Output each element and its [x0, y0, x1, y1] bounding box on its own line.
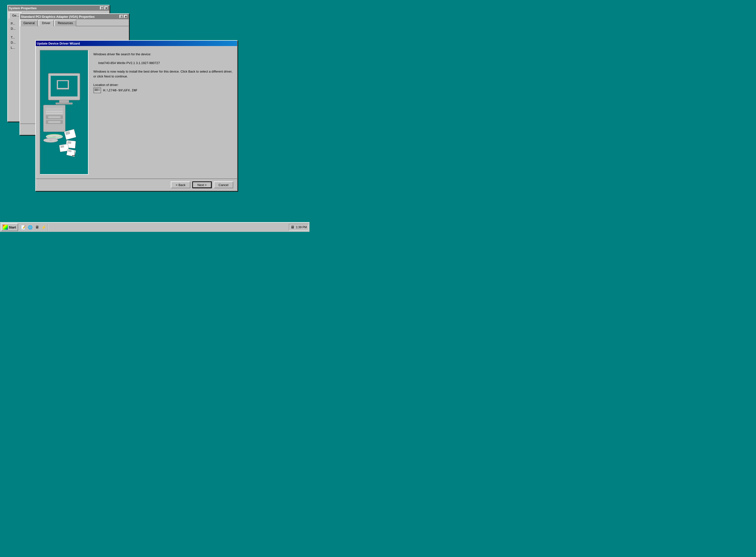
help-button[interactable]: ? — [100, 6, 104, 10]
vga-close-button[interactable]: ✕ — [124, 15, 128, 18]
taskbar-icon-1[interactable]: 📝 — [21, 224, 26, 230]
taskbar-divider-2 — [48, 224, 48, 231]
svg-rect-5 — [59, 100, 69, 102]
svg-rect-24 — [67, 141, 72, 144]
taskbar-tray: 🖥 1:39 PM — [289, 224, 309, 231]
svg-rect-32 — [94, 91, 100, 92]
wizard-location-path: H:\I740-9X\GFX.INF — [103, 88, 137, 92]
wizard-title: Update Device Driver Wizard — [37, 42, 80, 45]
wizard-description: Windows is now ready to install the best… — [93, 69, 233, 79]
vga-properties-title: Standard PCI Graphics Adapter (VGA) Prop… — [21, 15, 94, 19]
svg-rect-10 — [46, 113, 63, 114]
taskbar-divider-1 — [19, 224, 20, 231]
svg-rect-8 — [46, 108, 63, 110]
wizard-location-section: Location of driver: H:\I740-9X\GFX.INF — [93, 83, 233, 93]
wizard-device-name: Intel740-854 Win9x PV2.1 3.1.1927-980727 — [98, 61, 233, 65]
system-properties-titlebar: System Properties ? ✕ — [8, 5, 109, 11]
svg-rect-27 — [66, 149, 76, 157]
svg-point-16 — [52, 136, 56, 137]
wizard-body: Windows driver file search for the devic… — [36, 46, 237, 178]
svg-point-20 — [49, 140, 52, 141]
wizard-footer: < Back Next > Cancel — [36, 178, 237, 191]
wizard-text-panel: Windows driver file search for the devic… — [93, 50, 233, 175]
tab-driver[interactable]: Driver — [38, 20, 54, 26]
svg-rect-6 — [56, 102, 73, 105]
wizard-content: Windows driver file search for the devic… — [36, 46, 237, 191]
start-label: Start — [9, 226, 16, 229]
next-button[interactable]: Next > — [192, 181, 212, 188]
taskbar-icon-2[interactable]: 🌐 — [27, 224, 33, 230]
svg-rect-12 — [48, 116, 60, 118]
wizard-illustration — [40, 50, 88, 175]
vga-properties-titlebar: Standard PCI Graphics Adapter (VGA) Prop… — [20, 14, 129, 19]
taskbar: Start 📝 🌐 🖥 ⚡ 🖥 1:39 PM — [0, 222, 309, 232]
computer-svg — [41, 66, 87, 158]
taskbar-icon-4[interactable]: ⚡ — [41, 224, 47, 230]
system-properties-title: System Properties — [9, 6, 36, 10]
wizard-location-label: Location of driver: — [93, 83, 233, 87]
tray-icon: 🖥 — [290, 225, 295, 229]
svg-rect-14 — [48, 121, 60, 123]
start-icon — [3, 225, 8, 230]
wizard-window: Update Device Driver Wizard — [35, 40, 237, 191]
vga-properties-content: General Driver Resources — [20, 19, 129, 31]
back-button[interactable]: < Back — [171, 181, 190, 188]
svg-rect-9 — [46, 111, 63, 112]
tab-resources[interactable]: Resources — [54, 20, 76, 26]
taskbar-icon-3[interactable]: 🖥 — [34, 224, 40, 230]
wizard-cancel-button[interactable]: Cancel — [214, 181, 233, 188]
taskbar-quick-launch: 📝 🌐 🖥 ⚡ — [21, 224, 47, 230]
clock: 1:39 PM — [296, 226, 307, 229]
vga-driver-content — [20, 27, 129, 31]
vga-help-button[interactable]: ? — [119, 15, 123, 18]
svg-rect-4 — [58, 81, 68, 88]
tab-general[interactable]: General — [20, 20, 38, 26]
wizard-search-label: Windows driver file search for the devic… — [93, 52, 233, 57]
wizard-location-row: H:\I740-9X\GFX.INF — [93, 87, 233, 93]
system-properties-buttons: ? ✕ — [100, 6, 108, 10]
svg-rect-31 — [98, 89, 100, 91]
start-button[interactable]: Start — [1, 223, 18, 231]
wizard-titlebar: Update Device Driver Wizard — [36, 41, 237, 46]
close-button[interactable]: ✕ — [104, 6, 108, 10]
vga-properties-buttons: ? ✕ — [119, 15, 128, 18]
vga-tab-bar: General Driver Resources — [20, 19, 129, 26]
floppy-drive-icon — [93, 87, 101, 93]
